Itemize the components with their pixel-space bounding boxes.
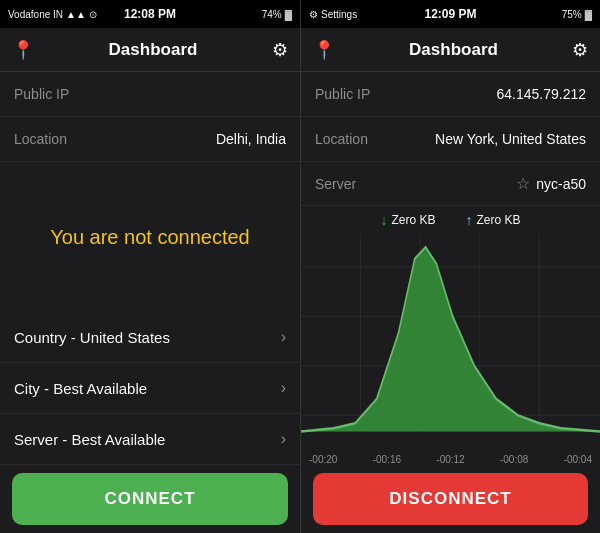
traffic-down: ↓ Zero KB [380,212,435,228]
traffic-row: ↓ Zero KB ↑ Zero KB [301,206,600,234]
country-option-label: Country - United States [14,329,170,346]
not-connected-text: You are not connected [50,226,249,249]
left-header: 📍 Dashboard ⚙ [0,28,300,72]
chart-svg [301,234,600,448]
star-icon[interactable]: ☆ [516,174,530,193]
traffic-down-value: Zero KB [391,213,435,227]
connect-button[interactable]: CONNECT [12,473,288,525]
settings-text: ⚙ [309,9,318,20]
country-chevron-icon: › [281,328,286,346]
svg-marker-9 [301,247,600,431]
traffic-up: ↑ Zero KB [466,212,521,228]
carrier-text: Vodafone IN [8,9,63,20]
signal-bars: ▲▲ [66,9,86,20]
right-public-ip-label: Public IP [315,86,370,102]
upload-arrow-icon: ↑ [466,212,473,228]
chart-label-1: -00:16 [373,454,401,465]
battery-percent-right: 75% [562,9,582,20]
options-area: Country - United States › City - Best Av… [0,312,300,465]
left-public-ip-label: Public IP [14,86,69,102]
right-panel: ⚙ Settings 12:09 PM 75% ▓ 📍 Dashboard ⚙ … [300,0,600,533]
city-chevron-icon: › [281,379,286,397]
left-status-bar: Vodafone IN ▲▲ ⊙ 12:08 PM 74% ▓ [0,0,300,28]
server-name: nyc-a50 [536,176,586,192]
city-option-label: City - Best Available [14,380,147,397]
right-location-label: Location [315,131,368,147]
location-pin-icon-left: 📍 [12,39,34,61]
disconnect-button-label: DISCONNECT [389,489,511,509]
country-option[interactable]: Country - United States › [0,312,300,363]
right-location-row: Location New York, United States [301,117,600,162]
right-public-ip-value: 64.145.79.212 [496,86,586,102]
right-time: 12:09 PM [424,7,476,21]
left-panel: Vodafone IN ▲▲ ⊙ 12:08 PM 74% ▓ 📍 Dashbo… [0,0,300,533]
server-row-label: Server [315,176,356,192]
traffic-up-value: Zero KB [477,213,521,227]
traffic-chart [301,234,600,452]
city-option[interactable]: City - Best Available › [0,363,300,414]
download-arrow-icon: ↓ [380,212,387,228]
chart-label-2: -00:12 [436,454,464,465]
right-public-ip-row: Public IP 64.145.79.212 [301,72,600,117]
battery-icon-left: ▓ [285,9,292,20]
left-battery: 74% ▓ [262,9,292,20]
left-location-label: Location [14,131,67,147]
connect-button-label: CONNECT [104,489,195,509]
right-header-title: Dashboard [335,40,572,60]
left-location-value: Delhi, India [216,131,286,147]
battery-percent-left: 74% [262,9,282,20]
gear-icon-right[interactable]: ⚙ [572,39,588,61]
server-option-label: Server - Best Available [14,431,165,448]
disconnect-button[interactable]: DISCONNECT [313,473,588,525]
gear-icon-left[interactable]: ⚙ [272,39,288,61]
not-connected-area: You are not connected [0,162,300,312]
location-pin-icon-right: 📍 [313,39,335,61]
right-status-left: ⚙ Settings [309,9,357,20]
settings-label: Settings [321,9,357,20]
server-row: Server ☆ nyc-a50 [301,162,600,206]
server-right: ☆ nyc-a50 [516,174,586,193]
left-header-title: Dashboard [34,40,272,60]
right-location-value: New York, United States [435,131,586,147]
right-battery: 75% ▓ [562,9,592,20]
wifi-icon: ⊙ [89,9,97,20]
left-carrier-info: Vodafone IN ▲▲ ⊙ [8,9,97,20]
chart-label-3: -00:08 [500,454,528,465]
right-header: 📍 Dashboard ⚙ [301,28,600,72]
left-public-ip-row: Public IP [0,72,300,117]
chart-labels: -00:20 -00:16 -00:12 -00:08 -00:04 [301,452,600,465]
battery-icon-right: ▓ [585,9,592,20]
server-option[interactable]: Server - Best Available › [0,414,300,465]
left-location-row: Location Delhi, India [0,117,300,162]
chart-label-4: -00:04 [564,454,592,465]
right-status-bar: ⚙ Settings 12:09 PM 75% ▓ [301,0,600,28]
chart-label-0: -00:20 [309,454,337,465]
left-time: 12:08 PM [124,7,176,21]
server-chevron-icon: › [281,430,286,448]
